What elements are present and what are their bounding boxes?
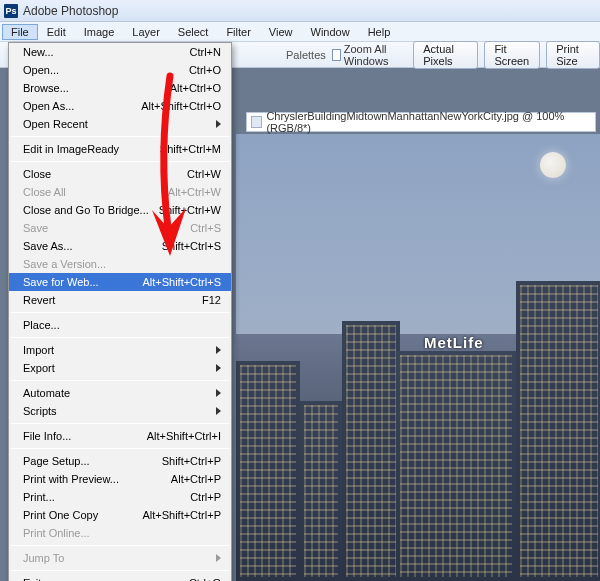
- menu-item-label: Automate: [23, 387, 70, 399]
- building: [300, 401, 342, 581]
- menu-view[interactable]: View: [260, 24, 302, 40]
- menu-item-label: Close All: [23, 186, 66, 198]
- menu-item-scripts[interactable]: Scripts: [9, 402, 231, 420]
- menu-window[interactable]: Window: [302, 24, 359, 40]
- menu-item-label: Save a Version...: [23, 258, 106, 270]
- menu-item-open[interactable]: Open...Ctrl+O: [9, 61, 231, 79]
- menu-item-close-and-go-to-bridge[interactable]: Close and Go To Bridge...Shift+Ctrl+W: [9, 201, 231, 219]
- building: [342, 321, 400, 581]
- menu-item-label: Save: [23, 222, 48, 234]
- chevron-right-icon: [216, 389, 221, 397]
- menu-item-edit-in-imageready[interactable]: Edit in ImageReadyShift+Ctrl+M: [9, 140, 231, 158]
- menu-item-print-one-copy[interactable]: Print One CopyAlt+Shift+Ctrl+P: [9, 506, 231, 524]
- menu-item-label: Close: [23, 168, 51, 180]
- menu-item-label: Print One Copy: [23, 509, 98, 521]
- menu-item-label: Place...: [23, 319, 60, 331]
- menu-item-jump-to: Jump To: [9, 549, 231, 567]
- menu-item-open-recent[interactable]: Open Recent: [9, 115, 231, 133]
- menu-item-label: Open Recent: [23, 118, 88, 130]
- menu-item-page-setup[interactable]: Page Setup...Shift+Ctrl+P: [9, 452, 231, 470]
- menu-item-close[interactable]: CloseCtrl+W: [9, 165, 231, 183]
- menu-item-shortcut: Alt+Shift+Ctrl+P: [142, 509, 221, 521]
- menu-item-label: Open As...: [23, 100, 74, 112]
- menu-item-new[interactable]: New...Ctrl+N: [9, 43, 231, 61]
- menu-item-print[interactable]: Print...Ctrl+P: [9, 488, 231, 506]
- app-icon: Ps: [4, 4, 18, 18]
- actual-pixels-button[interactable]: Actual Pixels: [413, 41, 478, 69]
- canvas[interactable]: MetLife: [236, 134, 600, 581]
- menu-item-shortcut: Shift+Ctrl+S: [162, 240, 221, 252]
- menu-item-print-online: Print Online...: [9, 524, 231, 542]
- menu-item-shortcut: Shift+Ctrl+W: [159, 204, 221, 216]
- menu-item-label: Exit: [23, 577, 41, 581]
- document-titlebar[interactable]: ChryslerBuildingMidtownManhattanNewYorkC…: [246, 112, 596, 132]
- menu-item-label: Print with Preview...: [23, 473, 119, 485]
- menu-item-revert[interactable]: RevertF12: [9, 291, 231, 309]
- menu-item-import[interactable]: Import: [9, 341, 231, 359]
- menu-item-browse[interactable]: Browse...Alt+Ctrl+O: [9, 79, 231, 97]
- menu-file[interactable]: File: [2, 24, 38, 40]
- menu-item-file-info[interactable]: File Info...Alt+Shift+Ctrl+I: [9, 427, 231, 445]
- menu-edit[interactable]: Edit: [38, 24, 75, 40]
- menu-item-open-as[interactable]: Open As...Alt+Shift+Ctrl+O: [9, 97, 231, 115]
- building-metlife: [396, 351, 516, 581]
- menu-item-shortcut: Ctrl+N: [190, 46, 221, 58]
- menu-item-exit[interactable]: ExitCtrl+Q: [9, 574, 231, 581]
- building: [236, 361, 300, 581]
- chevron-right-icon: [216, 364, 221, 372]
- building-sign: MetLife: [424, 334, 484, 351]
- menu-separator: [11, 448, 229, 449]
- fit-screen-button[interactable]: Fit Screen: [484, 41, 540, 69]
- menu-filter[interactable]: Filter: [217, 24, 259, 40]
- app-title: Adobe Photoshop: [23, 4, 118, 18]
- menu-item-label: Print...: [23, 491, 55, 503]
- chevron-right-icon: [216, 120, 221, 128]
- menu-item-label: File Info...: [23, 430, 71, 442]
- menu-item-label: Page Setup...: [23, 455, 90, 467]
- menu-item-label: Scripts: [23, 405, 57, 417]
- menu-item-shortcut: Ctrl+P: [190, 491, 221, 503]
- menu-layer[interactable]: Layer: [123, 24, 169, 40]
- menu-item-label: New...: [23, 46, 54, 58]
- menu-separator: [11, 312, 229, 313]
- menu-separator: [11, 545, 229, 546]
- menubar: FileEditImageLayerSelectFilterViewWindow…: [0, 22, 600, 42]
- print-size-button[interactable]: Print Size: [546, 41, 600, 69]
- menu-item-automate[interactable]: Automate: [9, 384, 231, 402]
- zoom-all-windows-label: Zoom All Windows: [344, 43, 408, 67]
- menu-item-label: Export: [23, 362, 55, 374]
- menu-separator: [11, 136, 229, 137]
- menu-item-save-as[interactable]: Save As...Shift+Ctrl+S: [9, 237, 231, 255]
- menu-item-label: Edit in ImageReady: [23, 143, 119, 155]
- menu-item-label: Close and Go To Bridge...: [23, 204, 149, 216]
- menu-item-label: Print Online...: [23, 527, 90, 539]
- zoom-all-windows-checkbox[interactable]: Zoom All Windows: [332, 43, 408, 67]
- menu-item-save: SaveCtrl+S: [9, 219, 231, 237]
- menu-separator: [11, 423, 229, 424]
- menu-item-print-with-preview[interactable]: Print with Preview...Alt+Ctrl+P: [9, 470, 231, 488]
- menu-help[interactable]: Help: [359, 24, 400, 40]
- menu-item-shortcut: F12: [202, 294, 221, 306]
- menu-item-close-all: Close AllAlt+Ctrl+W: [9, 183, 231, 201]
- menu-item-place[interactable]: Place...: [9, 316, 231, 334]
- menu-item-shortcut: Alt+Shift+Ctrl+O: [141, 100, 221, 112]
- menu-item-shortcut: Alt+Ctrl+W: [168, 186, 221, 198]
- menu-item-save-a-version: Save a Version...: [9, 255, 231, 273]
- menu-separator: [11, 161, 229, 162]
- chevron-right-icon: [216, 346, 221, 354]
- menu-image[interactable]: Image: [75, 24, 124, 40]
- menu-item-export[interactable]: Export: [9, 359, 231, 377]
- menu-separator: [11, 380, 229, 381]
- menu-item-shortcut: Alt+Shift+Ctrl+S: [142, 276, 221, 288]
- menu-item-shortcut: Ctrl+Q: [189, 577, 221, 581]
- file-menu-dropdown: New...Ctrl+NOpen...Ctrl+OBrowse...Alt+Ct…: [8, 42, 232, 581]
- menu-item-label: Save As...: [23, 240, 73, 252]
- menu-item-shortcut: Ctrl+O: [189, 64, 221, 76]
- document-title: ChryslerBuildingMidtownManhattanNewYorkC…: [266, 110, 591, 134]
- menu-item-label: Jump To: [23, 552, 64, 564]
- menu-item-save-for-web[interactable]: Save for Web...Alt+Shift+Ctrl+S: [9, 273, 231, 291]
- menu-separator: [11, 570, 229, 571]
- menu-item-label: Revert: [23, 294, 55, 306]
- menu-select[interactable]: Select: [169, 24, 218, 40]
- palettes-label: Palettes: [286, 49, 326, 61]
